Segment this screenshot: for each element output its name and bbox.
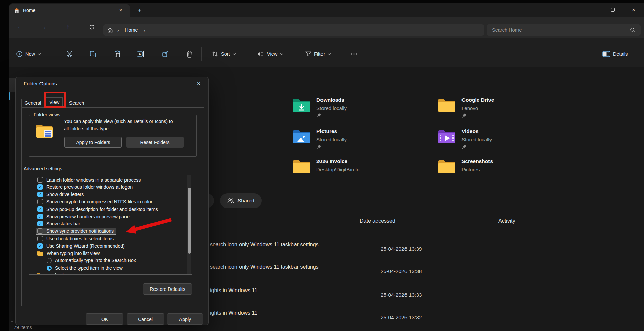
copy-button[interactable] [87,48,99,60]
pin-icon [316,145,347,149]
tile-subtitle: Lenovo [461,106,494,111]
tile-screenshots[interactable]: Screenshots Pictures [438,159,493,175]
sort-icon [212,51,218,57]
list-item[interactable]: Navigation pane [37,272,185,275]
list-item[interactable]: Show drive letters [37,191,185,198]
list-item[interactable]: When typing into list view [37,250,185,257]
breadcrumb-home-icon[interactable] [107,27,113,33]
cut-button[interactable] [63,48,76,60]
checkbox-unchecked-icon[interactable] [37,228,43,234]
refresh-button[interactable] [85,21,98,33]
share-button[interactable] [159,48,171,60]
list-item[interactable]: Restore previous folder windows at logon [37,184,185,191]
dialog-close-icon[interactable]: × [194,79,204,88]
checkbox-checked-icon[interactable] [37,221,43,226]
chevron-down-icon [38,53,41,55]
minimize-button[interactable] [581,3,602,17]
tab-home[interactable]: Home × [9,4,130,17]
maximize-button[interactable] [602,3,623,17]
search-placeholder: Search Home [492,27,522,33]
checkbox-unchecked-icon[interactable] [37,236,43,241]
shared-section-button[interactable]: Shared [220,193,262,208]
list-item[interactable]: Show encrypted or compressed NTFS files … [37,198,185,205]
file-row-name[interactable]: ights in Windows 11 [210,287,257,294]
file-row-name[interactable]: ights in Windows 11 [210,310,257,316]
column-header-date-accessed[interactable]: Date accessed [360,218,395,224]
breadcrumb-chevron-icon: › [117,27,119,33]
radio-selected-icon[interactable] [47,266,52,271]
rename-button[interactable]: A [134,48,146,60]
list-scrollbar[interactable] [187,175,191,275]
delete-button[interactable] [183,48,195,60]
new-tab-button[interactable]: + [135,6,145,15]
tab-general[interactable]: General [21,99,45,107]
list-scrollbar-thumb[interactable] [188,188,191,254]
forward-button[interactable]: → [37,21,50,33]
file-row-date: 25-04-2026 13:32 [381,314,422,321]
checkbox-checked-icon[interactable] [37,184,43,190]
back-button[interactable]: ← [13,21,26,33]
annotation-arrow [121,214,175,238]
tile-videos[interactable]: Videos Stored locally [438,129,492,149]
advanced-settings-label: Advanced settings: [24,166,63,171]
checkbox-checked-icon[interactable] [37,192,43,197]
sidebar-item-fragment[interactable] [9,78,16,92]
paste-button[interactable] [111,48,123,60]
folder-views-legend: Folder views [32,112,62,117]
new-button[interactable]: New [16,48,41,60]
tab-close-icon[interactable]: × [116,6,125,15]
tab-title: Home [23,8,113,13]
refresh-icon [89,24,95,30]
tile-subtitle: Stored locally [316,106,347,111]
tile-downloads[interactable]: Downloads Stored locally [292,97,347,118]
apply-to-folders-button[interactable]: Apply to Folders [64,137,122,148]
more-options-button[interactable] [348,48,360,60]
details-pane-button[interactable]: Details [602,48,628,60]
up-button[interactable]: ↑ [62,21,75,33]
checkbox-checked-icon[interactable] [37,206,43,212]
search-icon[interactable] [630,27,636,33]
close-icon: × [632,7,635,13]
checkbox-unchecked-icon[interactable] [37,199,43,204]
list-item[interactable]: Select the typed item in the view [47,265,185,272]
reset-folders-button[interactable]: Reset Folders [126,137,184,148]
list-item[interactable]: Automatically type into the Search Box [47,257,185,264]
filter-button[interactable]: Filter [305,48,331,60]
list-item[interactable]: Show pop-up description for folder and d… [37,205,185,213]
tile-name: Screenshots [461,159,493,164]
sort-button[interactable]: Sort [212,48,236,60]
chevron-down-icon [280,53,283,55]
list-item[interactable]: Launch folder windows in a separate proc… [37,176,185,183]
tile-name: Google Drive [461,97,494,103]
restore-defaults-button[interactable]: Restore Defaults [143,283,192,295]
tile-2026-invoice[interactable]: 2026 Invoice Desktop\DigitBin In... [292,159,364,175]
details-pane-icon [602,51,610,57]
file-row-name[interactable]: search icon only Windows 11 taskbar sett… [210,264,319,270]
tab-search[interactable]: Search [64,99,89,107]
view-button[interactable]: View [257,48,283,60]
checkbox-checked-icon[interactable] [37,214,43,219]
close-button[interactable]: × [623,3,644,17]
column-header-activity[interactable]: Activity [498,218,515,224]
address-bar[interactable]: › Home › [103,24,484,36]
breadcrumb[interactable]: Home [123,27,139,33]
radio-unselected-icon[interactable] [47,258,52,263]
focused-item[interactable]: Show sync provider notifications [36,228,116,235]
file-row-name[interactable]: search icon only Windows 11 taskbar sett… [210,242,319,248]
apply-button[interactable]: Apply [167,313,203,325]
tile-google-drive[interactable]: Google Drive Lenovo [438,97,494,118]
checkbox-checked-icon[interactable] [37,243,43,249]
checkbox-unchecked-icon[interactable] [37,177,43,183]
dialog-title: Folder Options [24,81,57,86]
chevron-down-icon [233,53,236,55]
tree-chevron-icon[interactable] [10,320,14,323]
search-box[interactable]: Search Home [487,24,641,36]
breadcrumb-chevron-icon[interactable]: › [144,27,145,33]
minimize-icon [590,10,594,10]
ok-button[interactable]: OK [86,313,123,325]
cancel-button[interactable]: Cancel [127,313,164,325]
tile-pictures[interactable]: Pictures Stored locally [292,129,347,149]
shared-label: Shared [237,198,254,204]
list-item[interactable]: Use Sharing Wizard (Recommended) [37,242,185,249]
tile-name: Downloads [316,97,347,103]
